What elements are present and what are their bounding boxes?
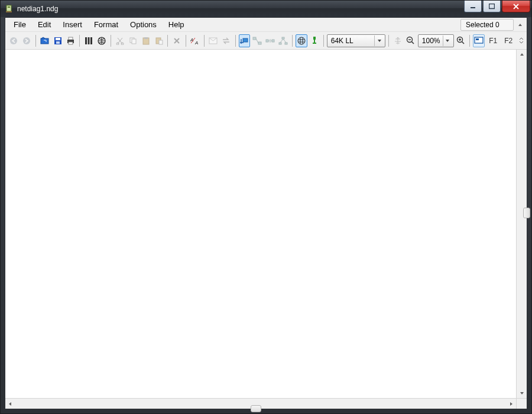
copy-button[interactable] [127, 34, 139, 47]
svg-rect-34 [282, 37, 284, 39]
screen-fit-icon [474, 37, 484, 44]
canvas[interactable] [5, 50, 516, 398]
menubar-scroll-up-icon[interactable] [516, 21, 524, 29]
folder-open-icon [40, 37, 50, 45]
open-button[interactable] [39, 34, 51, 47]
menu-help[interactable]: Help [163, 18, 190, 31]
globe-button[interactable] [96, 34, 108, 47]
expand-nodes-icon [265, 37, 275, 45]
forward-arrow-icon [22, 37, 31, 45]
svg-text:A: A [194, 40, 198, 45]
back-arrow-icon [9, 37, 18, 45]
grid-button[interactable] [296, 34, 307, 47]
scissors-icon [116, 37, 124, 45]
format-ab-icon: AA [190, 37, 200, 45]
titlebar[interactable]: netdiag1.ndg [1, 1, 531, 17]
vscroll-thumb[interactable] [523, 208, 530, 218]
swap-button[interactable] [220, 34, 232, 47]
scroll-up-icon[interactable] [517, 50, 527, 59]
horizontal-scrollbar[interactable] [5, 398, 516, 409]
f2-button[interactable]: F2 [501, 34, 515, 47]
back-button[interactable] [8, 34, 20, 47]
toolbar-separator [235, 35, 236, 47]
magnify-minus-icon [406, 36, 415, 45]
toolbar-separator [35, 35, 36, 47]
zoom-out-button[interactable] [405, 34, 417, 47]
paste-button[interactable] [140, 34, 152, 47]
svg-rect-23 [144, 37, 148, 39]
copy-icon [129, 37, 137, 45]
menu-file[interactable]: File [8, 18, 32, 31]
print-button[interactable] [64, 34, 76, 47]
selection-status: Selected 0 [460, 19, 514, 31]
cut-button[interactable] [114, 34, 126, 47]
relay-button[interactable] [251, 34, 263, 47]
connector-green-icon [311, 36, 318, 46]
grid-icon [297, 37, 306, 45]
svg-rect-29 [243, 38, 248, 42]
minimize-button[interactable] [464, 1, 482, 12]
hscroll-thumb[interactable] [251, 405, 261, 412]
cluster-nodes-icon [278, 37, 288, 45]
magnify-plus-icon [456, 36, 465, 45]
connector-button[interactable] [309, 34, 320, 47]
svg-rect-4 [489, 4, 495, 8]
alignment-button[interactable] [392, 34, 404, 47]
app-window: netdiag1.ndg File Edit Insert Format Opt… [0, 0, 532, 414]
svg-rect-15 [88, 37, 90, 44]
toolbar-separator [186, 35, 186, 47]
scroll-down-icon[interactable] [517, 389, 527, 398]
vertical-scrollbar[interactable] [516, 50, 527, 398]
maximize-button[interactable] [483, 1, 501, 12]
svg-rect-7 [41, 38, 48, 44]
svg-point-6 [23, 37, 30, 44]
speed-combo[interactable]: 64K LL [327, 34, 385, 47]
f1-label: F1 [489, 37, 497, 45]
add-node-button[interactable] [239, 34, 251, 47]
save-button[interactable] [52, 34, 64, 47]
forward-button[interactable] [21, 34, 33, 47]
expand-button[interactable] [264, 34, 276, 47]
zoom-in-button[interactable] [455, 34, 467, 47]
f1-button[interactable]: F1 [486, 34, 500, 47]
email-button[interactable] [207, 34, 219, 47]
svg-rect-38 [313, 37, 316, 40]
menu-format[interactable]: Format [88, 18, 124, 31]
screen-fit-button[interactable] [473, 34, 485, 47]
paste-special-button[interactable] [153, 34, 165, 47]
svg-rect-36 [285, 43, 287, 44]
svg-rect-3 [471, 7, 475, 8]
window-title: netdiag1.ndg [17, 5, 58, 13]
close-button[interactable] [502, 1, 530, 12]
toolbar-separator [292, 35, 293, 47]
svg-rect-1 [8, 7, 10, 8]
add-node-icon [240, 37, 249, 45]
svg-rect-21 [132, 39, 136, 44]
delete-x-icon [173, 37, 181, 45]
format-ab-button[interactable]: AA [189, 34, 201, 47]
zoom-combo[interactable]: 100% [418, 34, 454, 47]
delete-button[interactable] [171, 34, 183, 47]
svg-rect-33 [272, 40, 274, 42]
svg-rect-2 [6, 11, 12, 12]
toolbar-separator [111, 35, 111, 47]
toolbar-separator [323, 35, 324, 47]
menu-edit[interactable]: Edit [32, 18, 57, 31]
svg-point-5 [10, 37, 17, 44]
svg-rect-12 [69, 37, 73, 40]
cluster-button[interactable] [277, 34, 289, 47]
svg-rect-10 [56, 41, 60, 44]
scroll-left-icon[interactable] [5, 399, 15, 409]
envelope-icon [209, 37, 218, 44]
toolbar-separator [79, 35, 80, 47]
toolbar-separator [204, 35, 205, 47]
menu-options[interactable]: Options [124, 18, 163, 31]
columns-button[interactable] [83, 34, 95, 47]
client-area: File Edit Insert Format Options Help Sel… [5, 17, 527, 409]
scroll-corner [516, 398, 527, 409]
toolbar-overflow-icon[interactable] [518, 34, 524, 47]
menu-insert[interactable]: Insert [57, 18, 88, 31]
swap-arrows-icon [222, 37, 231, 45]
svg-rect-42 [476, 38, 479, 40]
scroll-right-icon[interactable] [507, 399, 516, 409]
